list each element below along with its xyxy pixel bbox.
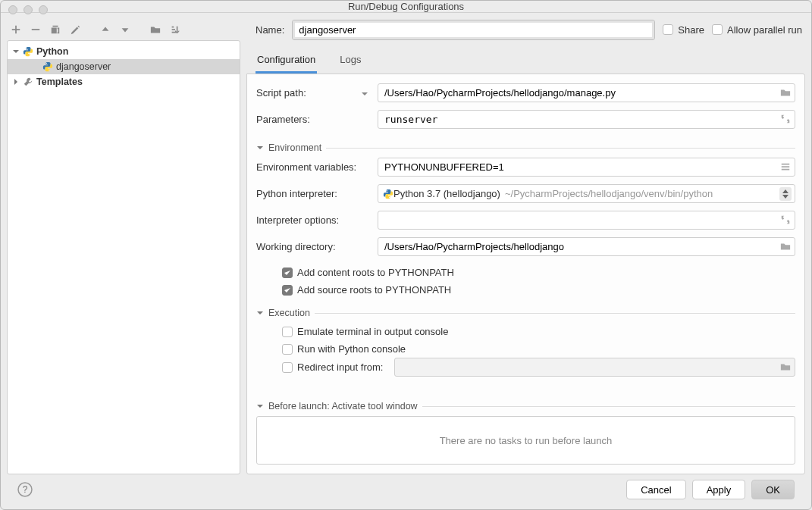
tab-configuration[interactable]: Configuration: [256, 51, 317, 74]
cancel-button[interactable]: Cancel: [626, 480, 685, 499]
config-tree[interactable]: Python djangoserver Templates: [7, 40, 240, 474]
folder-icon[interactable]: [780, 241, 791, 252]
tabs: Configuration Logs: [246, 51, 805, 74]
folder-icon[interactable]: [780, 87, 791, 98]
folder-icon[interactable]: [149, 23, 161, 36]
sort-icon[interactable]: [169, 23, 181, 36]
env-vars-label: Environment variables:: [256, 161, 372, 173]
list-icon[interactable]: [780, 161, 791, 172]
expand-icon[interactable]: [780, 214, 791, 225]
svg-text:?: ?: [23, 484, 28, 495]
move-down-icon[interactable]: [119, 23, 131, 36]
svg-point-1: [29, 55, 30, 55]
checkbox-icon: [282, 285, 293, 296]
checkbox-icon: [282, 327, 293, 337]
chevron-down-icon: [256, 144, 264, 152]
config-toolbar: [7, 19, 240, 40]
before-launch-empty: There are no tasks to run before launch: [440, 435, 613, 446]
tree-node-python[interactable]: Python: [8, 44, 240, 59]
redirect-input-path: [394, 358, 795, 377]
env-vars-input[interactable]: [378, 158, 795, 177]
name-input[interactable]: [292, 20, 655, 40]
script-path-label[interactable]: Script path:: [256, 87, 372, 99]
parameters-input[interactable]: [378, 110, 795, 129]
exec-section-header[interactable]: Execution: [256, 308, 795, 318]
parameters-label: Parameters:: [256, 114, 372, 125]
python-icon: [42, 61, 53, 72]
zoom-window-icon[interactable]: [39, 5, 48, 14]
parameters-row: Parameters:: [256, 110, 795, 129]
close-window-icon[interactable]: [8, 5, 17, 14]
env-vars-row: Environment variables:: [256, 158, 795, 177]
checkbox-icon: [282, 268, 293, 278]
config-panel: Script path: Parameters:: [246, 74, 805, 474]
checkbox-icon: [663, 24, 673, 35]
interpreter-path: ~/PycharmProjects/hellodjango/venv/bin/p…: [505, 188, 713, 199]
tab-logs[interactable]: Logs: [338, 51, 362, 74]
svg-point-3: [49, 70, 49, 70]
help-icon[interactable]: ?: [17, 482, 33, 497]
content: Python djangoserver Templates: [1, 13, 811, 510]
before-launch-header[interactable]: Before launch: Activate tool window: [256, 401, 795, 411]
add-content-roots-checkbox[interactable]: Add content roots to PYTHONPATH: [282, 267, 795, 278]
add-icon[interactable]: [10, 23, 22, 36]
expand-icon[interactable]: [780, 114, 791, 124]
interpreter-options-input[interactable]: [378, 211, 795, 230]
button-row: Cancel Apply OK: [626, 480, 795, 499]
interpreter-options-row: Interpreter options:: [256, 211, 795, 230]
remove-icon[interactable]: [30, 23, 42, 36]
env-section-header[interactable]: Environment: [256, 142, 795, 153]
copy-icon[interactable]: [49, 23, 61, 36]
settings-icon[interactable]: [69, 23, 81, 36]
footer: ? Cancel Apply OK: [7, 474, 805, 505]
svg-point-0: [27, 48, 27, 48]
chevron-down-icon: [256, 402, 264, 410]
share-checkbox[interactable]: Share: [663, 24, 704, 36]
right-pane: Name: Share Allow parallel run Configura…: [246, 19, 805, 474]
tree-label: djangoserver: [56, 61, 111, 72]
stepper-icon: [779, 187, 792, 201]
wrench-icon: [23, 77, 33, 87]
workdir-input[interactable]: [378, 237, 795, 256]
redirect-input-row: Redirect input from:: [282, 358, 795, 377]
window-title: Run/Debug Configurations: [348, 1, 464, 12]
chevron-down-icon: [12, 48, 20, 55]
titlebar: Run/Debug Configurations: [1, 1, 811, 13]
svg-point-5: [389, 196, 390, 197]
script-path-input[interactable]: [378, 83, 795, 102]
svg-point-4: [387, 189, 387, 190]
parallel-label: Allow parallel run: [727, 24, 802, 36]
interpreter-label: Python interpreter:: [256, 188, 372, 199]
share-label: Share: [678, 24, 704, 36]
name-row: Name: Share Allow parallel run: [246, 19, 805, 40]
ok-button[interactable]: OK: [751, 480, 795, 499]
checkbox-icon: [282, 362, 293, 373]
run-console-checkbox[interactable]: Run with Python console: [282, 343, 795, 355]
tree-label: Python: [36, 46, 68, 57]
minimize-window-icon[interactable]: [24, 5, 33, 14]
traffic-lights: [8, 5, 48, 14]
redirect-input-checkbox[interactable]: Redirect input from:: [282, 361, 388, 373]
interpreter-select[interactable]: Python 3.7 (hellodjango) ~/PycharmProjec…: [378, 184, 795, 203]
tree-node-djangoserver[interactable]: djangoserver: [8, 59, 240, 74]
checkbox-icon: [282, 344, 293, 355]
tree-node-templates[interactable]: Templates: [8, 74, 240, 89]
svg-point-2: [46, 63, 47, 64]
main: Python djangoserver Templates: [7, 19, 805, 474]
python-icon: [383, 189, 393, 199]
python-icon: [23, 46, 33, 57]
apply-button[interactable]: Apply: [692, 480, 746, 499]
workdir-label: Working directory:: [256, 241, 372, 252]
add-source-roots-checkbox[interactable]: Add source roots to PYTHONPATH: [282, 284, 795, 296]
emulate-terminal-checkbox[interactable]: Emulate terminal in output console: [282, 326, 795, 337]
folder-icon: [780, 361, 791, 372]
dialog-window: Run/Debug Configurations: [0, 0, 812, 510]
checkbox-icon: [712, 24, 723, 35]
left-pane: Python djangoserver Templates: [7, 19, 240, 474]
before-launch-list[interactable]: There are no tasks to run before launch: [256, 416, 795, 465]
interpreter-options-label: Interpreter options:: [256, 214, 372, 226]
interpreter-row: Python interpreter: Python 3.7 (hellodja…: [256, 184, 795, 203]
tree-label: Templates: [36, 77, 83, 87]
parallel-checkbox[interactable]: Allow parallel run: [712, 24, 802, 36]
move-up-icon[interactable]: [99, 23, 111, 36]
